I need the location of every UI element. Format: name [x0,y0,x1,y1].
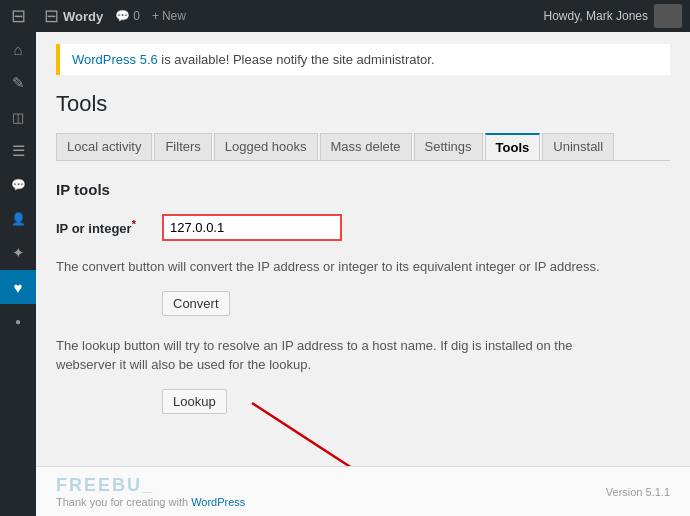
lookup-area: Lookup [56,389,670,414]
tab-mass-delete[interactable]: Mass delete [320,133,412,160]
wp-update-link[interactable]: WordPress 5.6 [72,52,158,67]
convert-area: Convert [56,291,670,316]
users-icon: 👤 [11,212,26,226]
ip-tools-title: IP tools [56,181,670,198]
tab-local-activity[interactable]: Local activity [56,133,152,160]
topbar-comments[interactable]: 💬 0 [115,9,140,23]
new-label: New [162,9,186,23]
sidebar: ⊟ ⌂ ✎ ◫ ☰ 💬 👤 ✦ ♥ ● [0,0,36,516]
ip-tools-section: IP tools IP or integer* The convert butt… [56,181,670,414]
pages-icon: ☰ [12,142,25,160]
tools-icon: ♥ [14,279,23,296]
plugins-icon: ✦ [12,244,25,262]
topbar: ⊟ Wordy 💬 0 + New Howdy, Mark Jones [36,0,690,32]
footer-wp-link[interactable]: WordPress [191,496,245,508]
convert-description: The convert button will convert the IP a… [56,257,636,277]
avatar [654,4,682,28]
dashboard-icon: ⌂ [13,41,22,58]
tabs-bar: Local activity Filters Logged hooks Mass… [56,133,670,161]
tab-tools[interactable]: Tools [485,133,541,160]
tab-uninstall[interactable]: Uninstall [542,133,614,160]
sidebar-item-pages[interactable]: ☰ [0,134,36,168]
footer: FREEBU_ Thank you for creating with Word… [36,466,690,516]
posts-icon: ✎ [12,74,25,92]
sidebar-wp-logo[interactable]: ⊟ [0,0,36,32]
tab-logged-hooks[interactable]: Logged hooks [214,133,318,160]
lookup-button[interactable]: Lookup [162,389,227,414]
sidebar-item-media[interactable]: ◫ [0,100,36,134]
comment-count: 0 [133,9,140,23]
footer-left: FREEBU_ Thank you for creating with Word… [56,475,245,508]
sidebar-item-dashboard[interactable]: ⌂ [0,32,36,66]
media-icon: ◫ [12,110,24,125]
notice-message: is available! Please notify the site adm… [158,52,435,67]
topbar-new[interactable]: + New [152,9,186,23]
lookup-button-container: Lookup [162,389,227,414]
lookup-description: The lookup button will try to resolve an… [56,336,636,375]
update-notice: WordPress 5.6 is available! Please notif… [56,44,670,75]
footer-brand: FREEBU_ [56,475,245,496]
arrow-annotation-svg [202,391,402,467]
comments-icon: 💬 [11,178,26,192]
ip-input[interactable] [162,214,342,241]
sidebar-item-plugins[interactable]: ✦ [0,236,36,270]
sidebar-item-users[interactable]: 👤 [0,202,36,236]
topbar-site-name[interactable]: Wordy [63,9,103,24]
content-area: WordPress 5.6 is available! Please notif… [36,32,690,466]
plus-icon: + [152,9,159,23]
sidebar-item-settings[interactable]: ● [0,304,36,338]
sidebar-item-tools[interactable]: ♥ [0,270,36,304]
svg-line-1 [252,403,372,467]
footer-thank-you: Thank you for creating with [56,496,191,508]
topbar-wp-logo: ⊟ [44,5,59,27]
main-area: ⊟ Wordy 💬 0 + New Howdy, Mark Jones Word… [36,0,690,516]
topbar-user[interactable]: Howdy, Mark Jones [544,9,648,23]
page-title: Tools [56,91,670,117]
sidebar-item-comments[interactable]: 💬 [0,168,36,202]
ip-label: IP or integer* [56,218,146,236]
convert-button[interactable]: Convert [162,291,230,316]
tab-filters[interactable]: Filters [154,133,211,160]
ip-input-row: IP or integer* [56,214,670,241]
sidebar-item-posts[interactable]: ✎ [0,66,36,100]
tab-settings[interactable]: Settings [414,133,483,160]
settings-icon: ● [15,316,21,327]
footer-version: Version 5.1.1 [606,486,670,498]
comment-icon: 💬 [115,9,130,23]
